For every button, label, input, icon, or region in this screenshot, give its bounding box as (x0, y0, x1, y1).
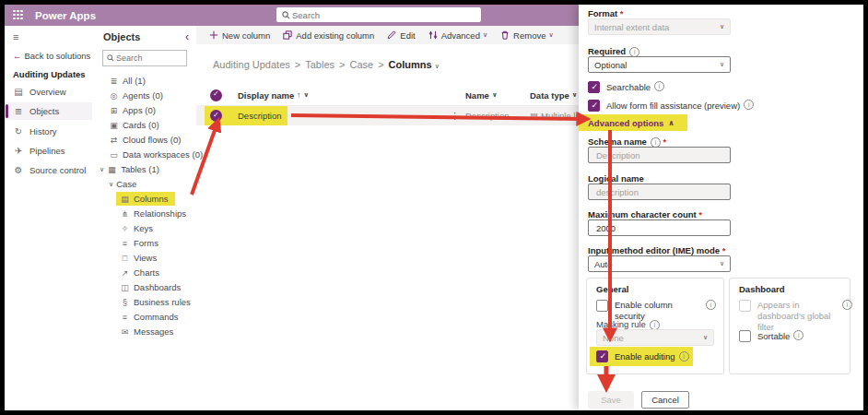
table-row[interactable]: Description ⋮ Description ▤Multiple line… (196, 106, 579, 125)
tree-item-data-workspaces[interactable]: ▭Data workspaces (0) (92, 148, 213, 161)
format-dropdown: Internal extent data∨ (588, 18, 731, 35)
tables-icon: ▦ (107, 165, 117, 174)
views-icon: □ (120, 254, 130, 263)
nav-item-history[interactable]: ↻History (5, 123, 92, 140)
add-existing-icon (283, 30, 292, 40)
chevron-down-icon: ∨ (703, 334, 708, 341)
dashboards-icon: ◫ (120, 283, 130, 292)
source-control-icon: ⚙ (13, 165, 24, 175)
save-button[interactable]: Save (588, 391, 634, 409)
form-fill-checkbox-row[interactable]: Allow form fill assistance (preview) (588, 100, 754, 112)
checkbox-unchecked-icon[interactable] (739, 330, 751, 342)
tree-item-cards[interactable]: ▣Cards (0) (92, 118, 213, 132)
sortable-row[interactable]: Sortable (739, 330, 803, 342)
global-search-input[interactable] (290, 9, 460, 21)
hamburger-icon[interactable]: ≡ (13, 31, 18, 42)
tree-item-agents[interactable]: ◎Agents (0) (92, 89, 213, 102)
edit-button[interactable]: Edit (387, 30, 415, 41)
chevron-down-icon: ∨ (720, 61, 724, 68)
breadcrumb-tables[interactable]: Tables (305, 59, 334, 70)
history-icon: ↻ (13, 126, 24, 136)
tree-item-tables[interactable]: ∨▦Tables (1) (92, 162, 204, 176)
objects-search[interactable] (102, 50, 187, 66)
cancel-button[interactable]: Cancel (641, 391, 689, 409)
global-search[interactable] (276, 7, 481, 22)
search-icon (282, 11, 290, 19)
columns-icon: ▤ (120, 195, 130, 204)
max-char-input[interactable] (594, 222, 724, 234)
objects-search-input[interactable] (114, 53, 177, 64)
info-icon (842, 300, 852, 310)
searchable-checkbox-row[interactable]: Searchable (588, 81, 664, 93)
info-icon (654, 81, 664, 91)
chevron-down-icon[interactable]: ∨ (100, 166, 104, 173)
advanced-button[interactable]: Advanced∨ (428, 30, 487, 41)
ime-label: Input method editor (IME) mode (588, 245, 725, 255)
nav-item-pipelines[interactable]: ✈Pipelines (5, 142, 92, 160)
row-more-icon[interactable]: ⋮ (451, 106, 460, 125)
chevron-down-icon: ∨ (720, 23, 724, 30)
checkbox-disabled-icon (739, 300, 751, 312)
search-icon (107, 54, 114, 62)
chevron-up-icon: ∧ (668, 119, 674, 127)
back-arrow-icon: ← (13, 51, 22, 61)
breadcrumb: Auditing Updates>Tables>Case>Columns∨ (213, 59, 440, 70)
all-icon: ≣ (109, 77, 119, 86)
nav-item-overview[interactable]: ▤Overview (5, 83, 92, 101)
chevron-down-icon: ∨ (720, 260, 724, 267)
tree-item-all[interactable]: ≣All (1) (92, 74, 213, 88)
column-header-data-type[interactable]: Data type∨ (530, 85, 577, 105)
solution-name: Auditing Updates (13, 69, 86, 79)
schema-name-input (594, 149, 724, 161)
top-header: Power Apps (5, 5, 579, 26)
chevron-down-icon[interactable]: ∨ (435, 63, 440, 69)
nav-item-source-control[interactable]: ⚙Source control (5, 161, 92, 179)
sort-asc-icon: ↑ (297, 90, 301, 100)
checkbox-unchecked-icon[interactable] (596, 300, 608, 312)
breadcrumb-solution[interactable]: Auditing Updates (213, 59, 290, 70)
main-content: New column Add existing column Edit Adva… (196, 26, 579, 410)
tree-item-cloud-flows[interactable]: ⇄Cloud flows (0) (92, 133, 213, 147)
dashboard-group: Dashboard Appears in dashboard's global … (729, 278, 850, 374)
app-title: Power Apps (35, 10, 96, 21)
general-group: General Enable column security Masking r… (586, 278, 724, 374)
chevron-down-icon[interactable]: ∨ (109, 181, 113, 188)
apps-icon: ⊞ (109, 106, 119, 115)
max-char-input-wrap[interactable] (588, 219, 731, 236)
collapse-panel-icon[interactable]: ‹ (185, 30, 189, 43)
checkbox-checked-icon[interactable] (588, 100, 600, 112)
business-rules-icon: § (120, 298, 130, 307)
info-icon (679, 351, 689, 362)
cell-data-type: ▤Multiple lines of text (530, 106, 579, 125)
data-workspaces-icon: ▭ (109, 150, 119, 160)
chevron-down-icon: ∨ (572, 91, 578, 99)
cell-display-name[interactable]: Description (238, 106, 282, 125)
column-properties-panel: Format Internal extent data∨ Required Op… (579, 5, 863, 410)
back-to-solutions[interactable]: ←Back to solutions (13, 51, 90, 61)
remove-button[interactable]: Remove∨ (500, 30, 554, 41)
new-column-button[interactable]: New column (209, 30, 270, 41)
required-dropdown[interactable]: Optional∨ (588, 56, 731, 73)
select-all-checkbox[interactable] (210, 85, 222, 105)
breadcrumb-case[interactable]: Case (349, 59, 373, 70)
cell-name: Description (465, 106, 510, 125)
waffle-icon[interactable] (13, 10, 24, 21)
ime-dropdown[interactable]: Auto∨ (588, 255, 731, 272)
advanced-icon (428, 30, 438, 40)
logical-name-input (594, 186, 724, 198)
add-existing-column-button[interactable]: Add existing column (283, 30, 374, 41)
column-header-display-name[interactable]: Display name ↑∨ (238, 85, 309, 105)
tree-item-case[interactable]: ∨Case (92, 177, 213, 191)
checkbox-checked-icon[interactable] (588, 81, 600, 93)
forms-icon: ≡ (120, 239, 130, 248)
breadcrumb-columns[interactable]: Columns (389, 59, 432, 70)
commands-icon: ≡ (120, 313, 130, 322)
checkbox-checked-icon[interactable] (596, 350, 608, 362)
column-header-name[interactable]: Name∨ (465, 85, 498, 105)
general-title: General (596, 284, 628, 294)
enable-auditing-row[interactable]: Enable auditing (590, 347, 693, 366)
advanced-options-toggle[interactable]: Advanced options∧ (579, 114, 687, 131)
row-checkbox[interactable] (210, 106, 222, 125)
tree-item-apps[interactable]: ⊞Apps (0) (92, 103, 213, 117)
nav-item-objects[interactable]: ≣Objects (5, 102, 92, 120)
